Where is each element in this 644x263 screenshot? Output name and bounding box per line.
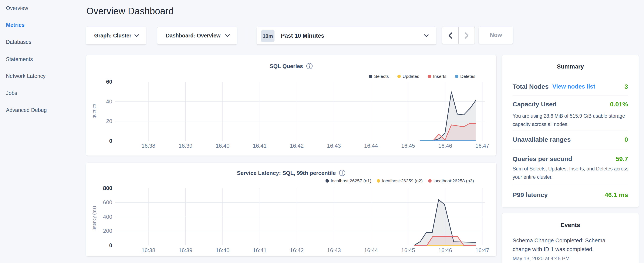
svg-text:16:46: 16:46 bbox=[438, 247, 452, 253]
svg-text:16:44: 16:44 bbox=[364, 143, 378, 149]
svg-text:16:43: 16:43 bbox=[327, 143, 341, 149]
svg-text:16:39: 16:39 bbox=[178, 247, 192, 253]
svg-text:16:38: 16:38 bbox=[142, 247, 155, 253]
svg-text:600: 600 bbox=[103, 199, 112, 205]
svg-text:16:42: 16:42 bbox=[290, 247, 304, 253]
svg-text:40: 40 bbox=[106, 98, 112, 105]
svg-text:16:43: 16:43 bbox=[327, 247, 341, 253]
svg-text:0: 0 bbox=[109, 138, 112, 144]
svg-text:16:44: 16:44 bbox=[364, 247, 378, 253]
svg-text:16:38: 16:38 bbox=[142, 143, 155, 149]
svg-text:800: 800 bbox=[103, 185, 112, 191]
svg-text:queries: queries bbox=[92, 104, 96, 119]
svg-text:60: 60 bbox=[106, 79, 112, 85]
svg-text:latency (ms): latency (ms) bbox=[92, 206, 96, 230]
svg-text:16:45: 16:45 bbox=[401, 143, 415, 149]
svg-text:20: 20 bbox=[106, 118, 112, 124]
svg-text:16:46: 16:46 bbox=[438, 143, 452, 149]
svg-text:16:41: 16:41 bbox=[253, 143, 266, 149]
svg-text:16:41: 16:41 bbox=[253, 247, 266, 253]
svg-text:16:40: 16:40 bbox=[216, 247, 230, 253]
svg-text:16:40: 16:40 bbox=[216, 143, 230, 149]
svg-text:200: 200 bbox=[103, 228, 112, 234]
svg-text:16:39: 16:39 bbox=[178, 143, 192, 149]
svg-text:16:45: 16:45 bbox=[401, 247, 415, 253]
svg-text:16:47: 16:47 bbox=[476, 143, 489, 149]
svg-text:16:47: 16:47 bbox=[476, 247, 489, 253]
svg-text:400: 400 bbox=[103, 214, 112, 220]
svg-text:0: 0 bbox=[109, 242, 112, 248]
svg-text:16:42: 16:42 bbox=[290, 143, 304, 149]
